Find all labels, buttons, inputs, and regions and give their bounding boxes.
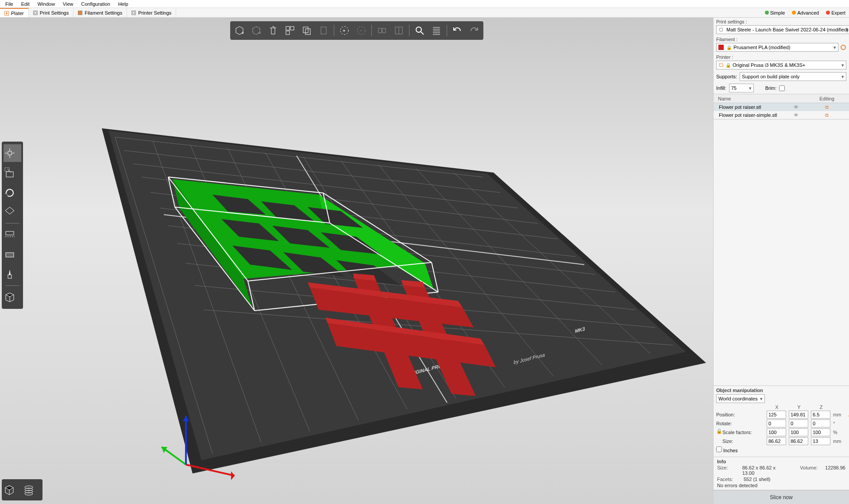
scale-lock-icon[interactable]: 🔒 [716, 428, 722, 434]
scale-x-input[interactable] [767, 428, 786, 436]
brim-label: Brim: [765, 85, 777, 91]
simplify-tool[interactable] [4, 289, 21, 306]
position-x-input[interactable] [767, 411, 786, 419]
arrange-button[interactable] [282, 23, 297, 38]
menu-configuration[interactable]: Configuration [77, 1, 113, 7]
size-z-input[interactable] [811, 437, 830, 445]
drop-to-bed-icon[interactable]: ⤓ [847, 412, 849, 418]
rotate-tool[interactable] [4, 183, 21, 201]
print-settings-label: Print settings : [716, 19, 846, 24]
printer-icon [718, 62, 724, 68]
copy-button[interactable] [299, 23, 314, 38]
position-z-input[interactable] [811, 411, 830, 419]
view-3d-button[interactable] [4, 481, 21, 499]
right-panel: Print settings : Matt Steele - Launch Ba… [713, 18, 849, 504]
delete-button[interactable] [266, 23, 281, 38]
viewport-3d[interactable]: ORIGINAL PRUSA i3 MK3 by Josef Prusa [0, 18, 713, 504]
add-button[interactable]: + [232, 23, 247, 38]
edit-icon[interactable]: ⧉ [805, 104, 849, 110]
trash-icon [269, 26, 278, 35]
menu-edit[interactable]: Edit [18, 1, 33, 7]
svg-rect-79 [6, 172, 13, 177]
svg-rect-68 [382, 28, 386, 33]
svg-text:+: + [343, 28, 345, 33]
hollow-tool[interactable] [4, 246, 21, 263]
printer-label: Printer : [716, 54, 846, 60]
inches-checkbox[interactable] [716, 446, 722, 452]
menu-window[interactable]: Window [34, 1, 58, 7]
mode-expert[interactable]: Expert [822, 8, 849, 17]
infill-value: 75 [731, 85, 737, 91]
left-toolbar [2, 142, 23, 309]
coordinates-dropdown[interactable]: World coordinates [716, 394, 765, 403]
move-tool[interactable] [4, 144, 21, 162]
split-parts-button[interactable] [391, 23, 406, 38]
supports-dropdown[interactable]: Support on build plate only [740, 72, 846, 81]
paint-supports-tool[interactable] [4, 265, 21, 283]
position-unit: mm [833, 412, 845, 417]
object-list: Name Editing Flower pot raiser.stl 👁 ⧉ F… [714, 94, 849, 119]
scale-tool[interactable] [4, 164, 21, 181]
mode-advanced[interactable]: Advanced [788, 8, 822, 17]
tab-plater-label: Plater [11, 11, 24, 16]
menu-file[interactable]: File [2, 1, 17, 7]
instance-remove-button[interactable]: − [354, 23, 369, 38]
print-settings-dropdown[interactable]: Matt Steele - Launch Base Swivel 2022-06… [716, 25, 849, 34]
undo-button[interactable] [450, 23, 465, 38]
instance-add-button[interactable]: + [337, 23, 352, 38]
mode-simple-icon [765, 11, 769, 15]
mode-advanced-label: Advanced [797, 10, 819, 15]
remove-button[interactable]: − [249, 23, 264, 38]
arrange-icon [285, 26, 295, 35]
place-face-tool[interactable] [4, 203, 21, 220]
menu-view[interactable]: View [59, 1, 77, 7]
info-size-label: Size: [717, 465, 737, 476]
paste-button[interactable] [316, 23, 331, 38]
svg-rect-84 [6, 253, 14, 257]
edit-icon[interactable]: ⧉ [805, 112, 849, 118]
size-x-input[interactable] [767, 437, 786, 445]
scale-z-input[interactable] [811, 428, 830, 436]
filament-gear-icon[interactable] [840, 44, 846, 50]
brim-checkbox[interactable] [779, 85, 785, 91]
split-objects-button[interactable] [374, 23, 390, 38]
filament-dropdown[interactable]: 🔒 Prusament PLA (modified) [716, 43, 838, 52]
info-errors: No errors detected [717, 483, 757, 488]
infill-dropdown[interactable]: 75 [729, 84, 754, 92]
printer-dropdown[interactable]: 🔒 Original Prusa i3 MK3S & MK3S+ [716, 61, 846, 69]
sliced-icon [23, 484, 35, 496]
tab-printer-settings[interactable]: Printer Settings [127, 8, 176, 17]
size-label: Size: [716, 439, 765, 444]
mode-simple[interactable]: Simple [761, 8, 789, 17]
size-y-input[interactable] [789, 437, 808, 445]
slice-now-button[interactable]: Slice now [714, 490, 849, 504]
svg-rect-67 [378, 28, 382, 33]
position-y-input[interactable] [789, 411, 808, 419]
redo-button[interactable] [467, 23, 482, 38]
search-button[interactable] [412, 23, 427, 38]
rotate-x-input[interactable] [767, 419, 786, 427]
tab-print-settings[interactable]: Print Settings [29, 8, 73, 17]
object-row-1[interactable]: Flower pot raiser-simple.stl 👁 ⧉ [714, 111, 849, 119]
visibility-icon[interactable]: 👁 [787, 112, 805, 118]
rotate-z-input[interactable] [811, 419, 830, 427]
object-row-0[interactable]: Flower pot raiser.stl 👁 ⧉ [714, 103, 849, 111]
cube-icon [4, 484, 15, 496]
menu-help[interactable]: Help [115, 1, 132, 7]
view-preview-button[interactable] [23, 481, 41, 499]
scale-label: Scale factors: [716, 430, 765, 435]
tab-filament-settings[interactable]: Filament Settings [73, 8, 127, 17]
scale-icon [4, 166, 16, 179]
visibility-icon[interactable]: 👁 [787, 104, 805, 110]
filament-settings-icon [78, 11, 82, 15]
build-plate-render: ORIGINAL PRUSA i3 MK3 by Josef Prusa [0, 18, 713, 504]
tab-plater[interactable]: Plater [0, 8, 29, 17]
filament-label: Filament : [716, 37, 846, 42]
info-facets-value: 552 (1 shell) [744, 477, 771, 482]
variable-layer-button[interactable] [429, 23, 444, 38]
scale-y-input[interactable] [789, 428, 808, 436]
cut-tool[interactable] [4, 226, 21, 244]
gear-icon [718, 27, 724, 32]
axis-y: Y [789, 404, 809, 410]
rotate-y-input[interactable] [789, 419, 808, 427]
